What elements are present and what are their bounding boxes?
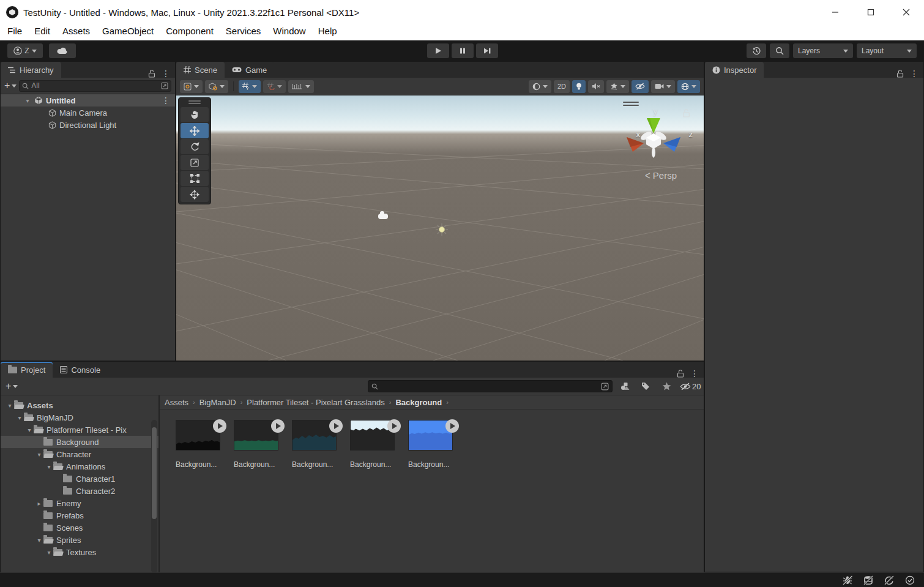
search-by-label-button[interactable] — [636, 379, 655, 393]
create-button[interactable]: + — [6, 381, 18, 392]
kebab-menu-icon[interactable]: ⋮ — [162, 69, 170, 78]
step-button[interactable] — [476, 43, 498, 58]
project-folder-character1[interactable]: Character1 — [1, 473, 158, 485]
tool-settings-button[interactable] — [180, 80, 203, 93]
project-folder-animations[interactable]: ▾Animations — [1, 460, 158, 473]
account-button[interactable]: Z — [7, 43, 43, 58]
project-folder-textures[interactable]: ▾Textures — [1, 546, 158, 558]
project-folder-assets[interactable]: ▾Assets — [1, 399, 158, 411]
increment-snap-button[interactable] — [288, 80, 314, 93]
overlay-drag-handle[interactable] — [179, 98, 211, 107]
overlay-drag-handle[interactable] — [623, 102, 639, 106]
foldout-icon[interactable]: ▾ — [24, 97, 31, 104]
favorites-button[interactable] — [657, 379, 676, 393]
play-badge-icon[interactable] — [387, 419, 401, 433]
cloud-button[interactable] — [49, 43, 76, 58]
scene-effects-button[interactable] — [606, 80, 629, 93]
scene-visibility-button[interactable] — [632, 80, 649, 93]
asset-item-2[interactable]: Backgroun... — [234, 420, 278, 469]
menu-edit[interactable]: Edit — [33, 26, 59, 39]
menu-assets[interactable]: Assets — [61, 26, 99, 39]
foldout-icon[interactable]: ▸ — [35, 500, 43, 507]
progress-ok-button[interactable] — [902, 574, 918, 586]
minimize-button[interactable] — [818, 0, 853, 24]
project-folder-scenes[interactable]: Scenes — [1, 522, 158, 534]
lock-icon[interactable] — [148, 70, 155, 78]
asset-thumbnail[interactable] — [234, 420, 278, 451]
scene-camera-button[interactable] — [651, 80, 675, 93]
kebab-menu-icon[interactable]: ⋮ — [910, 69, 918, 78]
asset-item-3[interactable]: Backgroun... — [292, 420, 337, 469]
menu-help[interactable]: Help — [317, 26, 346, 39]
foldout-icon[interactable]: ▾ — [35, 451, 43, 458]
tab-scene[interactable]: Scene — [176, 62, 225, 78]
scene-lighting-button[interactable] — [572, 80, 586, 93]
asset-item-5[interactable]: Backgroun... — [408, 420, 453, 469]
asset-thumbnail[interactable] — [176, 420, 220, 451]
hierarchy-search-input[interactable]: All — [19, 80, 171, 92]
layout-dropdown[interactable]: Layout — [857, 43, 917, 58]
auto-refresh-disabled-button[interactable] — [881, 574, 897, 586]
directional-light-gizmo[interactable] — [436, 223, 448, 236]
open-in-new-icon[interactable] — [601, 383, 609, 391]
axis-x-label[interactable]: x — [636, 130, 641, 139]
view-hand-tool[interactable] — [181, 107, 209, 122]
tab-inspector[interactable]: Inspector — [705, 62, 764, 78]
axis-y-label[interactable]: y — [654, 107, 658, 116]
breadcrumb-background[interactable]: Background — [395, 398, 442, 407]
hidden-items-toggle[interactable]: 20 — [677, 379, 703, 393]
project-folder-sprites[interactable]: ▾Sprites — [1, 534, 158, 546]
menu-window[interactable]: Window — [272, 26, 314, 39]
asset-thumbnail[interactable] — [292, 420, 337, 451]
hierarchy-scene-row[interactable]: ▾ Untitled ⋮ — [1, 94, 175, 107]
menu-services[interactable]: Services — [225, 26, 270, 39]
rect-tool[interactable] — [181, 171, 209, 186]
search-by-type-button[interactable] — [615, 379, 635, 393]
debugger-detached-button[interactable] — [840, 574, 855, 586]
play-badge-icon[interactable] — [329, 419, 343, 433]
play-badge-icon[interactable] — [213, 419, 226, 433]
breadcrumb-platformer-tileset-pixelart-grasslands[interactable]: Platformer Tileset - Pixelart Grasslands — [247, 398, 384, 407]
kebab-menu-icon[interactable]: ⋮ — [162, 96, 170, 105]
camera-gizmo[interactable] — [378, 214, 388, 219]
close-button[interactable] — [889, 0, 924, 24]
lock-icon[interactable] — [677, 370, 684, 378]
project-search-input[interactable] — [368, 380, 613, 392]
foldout-icon[interactable]: ▾ — [15, 414, 24, 421]
projection-toggle[interactable]: < Persp — [645, 170, 677, 181]
cache-server-disabled-button[interactable] — [860, 574, 876, 586]
scrollbar-thumb[interactable] — [152, 427, 157, 519]
tab-game[interactable]: Game — [225, 62, 274, 78]
menu-component[interactable]: Component — [165, 26, 222, 39]
tab-project[interactable]: Project — [1, 362, 53, 378]
create-button[interactable]: + — [4, 80, 17, 91]
scale-tool[interactable] — [181, 155, 209, 170]
project-folder-background[interactable]: Background — [1, 436, 158, 448]
hierarchy-item-directional-light[interactable]: Directional Light — [1, 119, 175, 131]
breadcrumb-bigmanjd[interactable]: BigManJD — [199, 398, 236, 407]
layers-dropdown[interactable]: Layers — [793, 43, 853, 58]
breadcrumb-assets[interactable]: Assets — [165, 398, 188, 407]
open-in-new-icon[interactable] — [161, 82, 168, 89]
scene-viewport[interactable]: x z y < Persp — [176, 95, 704, 361]
asset-item-4[interactable]: Backgroun... — [350, 420, 395, 469]
orientation-gizmo[interactable] — [619, 113, 687, 174]
asset-thumbnail[interactable] — [408, 420, 453, 451]
kebab-menu-icon[interactable]: ⋮ — [690, 369, 699, 378]
move-tool[interactable] — [181, 123, 209, 138]
tab-hierarchy[interactable]: Hierarchy — [1, 62, 61, 78]
foldout-icon[interactable]: ▾ — [45, 549, 53, 556]
undo-history-button[interactable] — [747, 43, 766, 58]
project-folder-character[interactable]: ▾Character — [1, 448, 158, 460]
maximize-button[interactable] — [853, 0, 889, 24]
foldout-icon[interactable]: ▾ — [45, 463, 53, 470]
menu-gameobject[interactable]: GameObject — [101, 26, 162, 39]
play-badge-icon[interactable] — [271, 419, 285, 433]
project-folder-platformer-tileset-pix[interactable]: ▾Platformer Tileset - Pix — [1, 424, 158, 436]
search-button[interactable] — [770, 43, 789, 58]
rotate-tool[interactable] — [181, 139, 209, 154]
gizmos-button[interactable] — [677, 80, 700, 93]
axis-z-label[interactable]: z — [689, 130, 693, 139]
project-folder-character2[interactable]: Character2 — [1, 485, 158, 497]
foldout-icon[interactable]: ▾ — [25, 427, 34, 433]
